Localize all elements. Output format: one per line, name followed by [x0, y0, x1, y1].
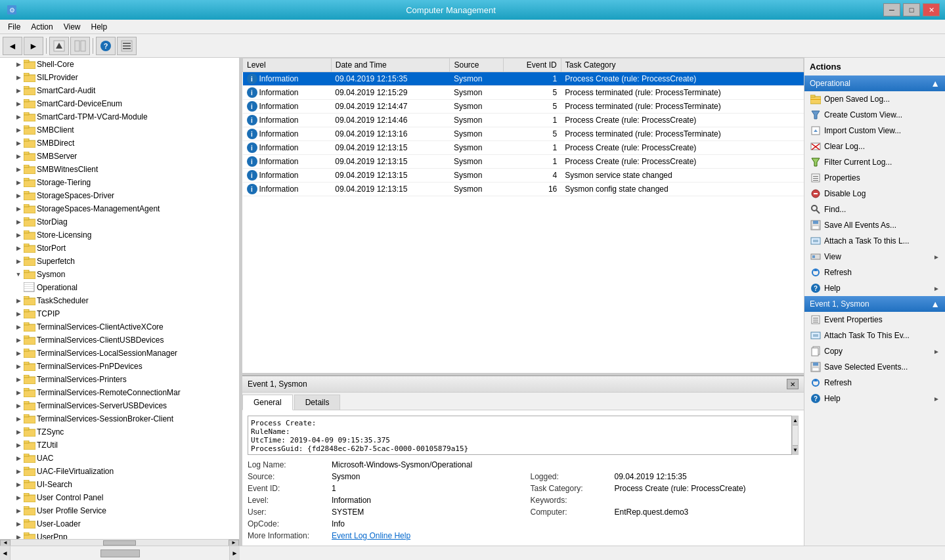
tree-item-storagespaces-mgmt[interactable]: ▶ StorageSpaces-ManagementAgent	[0, 202, 239, 215]
tab-details[interactable]: Details	[294, 395, 341, 410]
action-filter-current-log[interactable]: Filter Current Log...	[804, 154, 945, 170]
menu-view[interactable]: View	[58, 21, 86, 33]
event-row-3[interactable]: iInformation 09.04.2019 12:14:46 Sysmon …	[243, 114, 804, 127]
expand-icon[interactable]: ▶	[13, 427, 24, 437]
expand-icon[interactable]: ▶	[13, 85, 24, 96]
detail-close-button[interactable]: ✕	[787, 379, 799, 389]
tree-item-smbwitness[interactable]: ▶ SMBWitnesClient	[0, 163, 239, 176]
expand-icon[interactable]: ▶	[13, 190, 24, 201]
tree-item-smartcard-audit[interactable]: ▶ SmartCard-Audit	[0, 84, 239, 97]
col-level[interactable]: Level	[243, 58, 332, 72]
action-save-selected-events[interactable]: Save Selected Events...	[804, 359, 945, 375]
tree-item-operational[interactable]: Operational	[0, 281, 239, 294]
tree-hscroll[interactable]: ◄ ►	[0, 539, 239, 546]
tree-item-ts-clientusb[interactable]: ▶ TerminalServices-ClientUSBDevices	[0, 334, 239, 347]
text-vscroll[interactable]: ▲ ▼	[792, 416, 799, 455]
action-help-event[interactable]: ? Help ►	[804, 391, 945, 406]
action-view[interactable]: View ►	[804, 249, 945, 265]
tree-item-ts-printers[interactable]: ▶ TerminalServices-Printers	[0, 373, 239, 386]
expand-icon[interactable]: ▶	[13, 243, 24, 253]
event-row-8[interactable]: iInformation 09.04.2019 12:13:15 Sysmon …	[243, 183, 804, 196]
tree-item-uac-filevirt[interactable]: ▶ UAC-FileVirtualization	[0, 465, 239, 478]
action-copy[interactable]: Copy ►	[804, 343, 945, 359]
expand-icon[interactable]: ▼	[13, 269, 24, 280]
expand-icon[interactable]: ▶	[13, 59, 24, 70]
expand-icon[interactable]: ▶	[13, 414, 24, 424]
expand-icon[interactable]: ▶	[13, 400, 24, 411]
expand-icon[interactable]: ▶	[13, 98, 24, 109]
event-row-5[interactable]: iInformation 09.04.2019 12:13:15 Sysmon …	[243, 141, 804, 155]
tree-item-storage-tiering[interactable]: ▶ Storage-Tiering	[0, 176, 239, 189]
menu-file[interactable]: File	[3, 21, 26, 33]
expand-icon[interactable]: ▶	[13, 335, 24, 345]
action-clear-log[interactable]: Clear Log...	[804, 139, 945, 154]
tree-item-stordiag[interactable]: ▶ StorDiag	[0, 215, 239, 228]
tree-item-user-control-panel[interactable]: ▶ User Control Panel	[0, 491, 239, 504]
close-button[interactable]: ✕	[923, 3, 940, 16]
expand-icon[interactable]: ▶	[13, 204, 24, 214]
expand-icon[interactable]: ▶	[13, 164, 24, 175]
properties-button[interactable]	[117, 37, 137, 55]
expand-icon[interactable]: ▶	[13, 151, 24, 162]
action-refresh-operational[interactable]: Refresh	[804, 265, 945, 280]
tree-item-ts-pnp[interactable]: ▶ TerminalServices-PnPDevices	[0, 360, 239, 373]
expand-icon[interactable]: ▶	[13, 177, 24, 188]
hscroll-thumb[interactable]	[100, 549, 140, 557]
action-help-operational[interactable]: ? Help ►	[804, 280, 945, 296]
col-eventid[interactable]: Event ID	[504, 58, 561, 72]
help-button[interactable]: ?	[96, 37, 116, 55]
expand-icon[interactable]: ▶	[13, 230, 24, 240]
tree-item-smartcard-tpm[interactable]: ▶ SmartCard-TPM-VCard-Module	[0, 110, 239, 123]
event-row-7[interactable]: iInformation 09.04.2019 12:13:15 Sysmon …	[243, 169, 804, 183]
tree-item-user-profile[interactable]: ▶ User Profile Service	[0, 504, 239, 517]
tree-item-user-loader[interactable]: ▶ User-Loader	[0, 517, 239, 530]
expand-icon[interactable]: ▶	[13, 348, 24, 358]
tree-item-store-licensing[interactable]: ▶ Store-Licensing	[0, 228, 239, 242]
tree-item-tcpip[interactable]: ▶ TCPIP	[0, 307, 239, 320]
event-row-4[interactable]: iInformation 09.04.2019 12:13:16 Sysmon …	[243, 127, 804, 141]
hscroll-right[interactable]: ►	[229, 546, 240, 561]
col-category[interactable]: Task Category	[561, 58, 803, 72]
action-attach-task-event[interactable]: Attach Task To This Ev...	[804, 328, 945, 343]
tree-item-smbdirect[interactable]: ▶ SMBDirect	[0, 137, 239, 150]
tree-item-storagespaces-driver[interactable]: ▶ StorageSpaces-Driver	[0, 189, 239, 202]
expand-icon[interactable]: ▶	[13, 112, 24, 122]
expand-icon[interactable]: ▶	[13, 72, 24, 83]
action-import-custom-view[interactable]: Import Custom View...	[804, 123, 945, 139]
tree-item-shell-core[interactable]: ▶ Shell-Core	[0, 58, 239, 71]
tree-item-taskscheduler[interactable]: ▶ TaskScheduler	[0, 294, 239, 307]
expand-icon[interactable]: ▶	[13, 361, 24, 372]
scroll-down[interactable]: ▼	[793, 445, 798, 454]
event-row-1[interactable]: iInformation 09.04.2019 12:15:29 Sysmon …	[243, 86, 804, 100]
expand-icon[interactable]: ▶	[13, 217, 24, 227]
action-event-properties[interactable]: Event Properties	[804, 312, 945, 328]
expand-icon[interactable]: ▶	[13, 256, 24, 267]
menu-action[interactable]: Action	[26, 21, 58, 33]
collapse-operational-button[interactable]: ▲	[931, 78, 940, 89]
expand-icon[interactable]: ▶	[13, 466, 24, 477]
operational-section-header[interactable]: Operational ▲	[804, 75, 945, 91]
tree-item-ts-remoteconn[interactable]: ▶ TerminalServices-RemoteConnectionMar	[0, 386, 239, 399]
action-refresh-event[interactable]: Refresh	[804, 375, 945, 391]
collapse-event-button[interactable]: ▲	[931, 299, 940, 309]
tree-item-uac[interactable]: ▶ UAC	[0, 452, 239, 465]
show-hide-button[interactable]	[70, 37, 90, 55]
expand-icon[interactable]: ▶	[13, 440, 24, 450]
expand-icon[interactable]: ▶	[13, 374, 24, 385]
tree-item-smartcard-deviceenum[interactable]: ▶ SmartCard-DeviceEnum	[0, 97, 239, 110]
expand-icon[interactable]: ▶	[13, 138, 24, 148]
tree-item-tzutil[interactable]: ▶ TZUtil	[0, 439, 239, 452]
action-save-all-events[interactable]: Save All Events As...	[804, 217, 945, 233]
expand-icon[interactable]: ▶	[13, 479, 24, 490]
action-disable-log[interactable]: Disable Log	[804, 186, 945, 202]
tree-item-ts-localsession[interactable]: ▶ TerminalServices-LocalSessionManager	[0, 347, 239, 360]
event-row-6[interactable]: iInformation 09.04.2019 12:13:15 Sysmon …	[243, 155, 804, 169]
col-source[interactable]: Source	[450, 58, 504, 72]
forward-button[interactable]: ►	[24, 37, 43, 55]
event-row-0[interactable]: iInformation 09.04.2019 12:15:35 Sysmon …	[243, 72, 804, 86]
expand-icon[interactable]: ▶	[13, 519, 24, 529]
col-datetime[interactable]: Date and Time	[331, 58, 450, 72]
tree-item-ts-sessionbroker[interactable]: ▶ TerminalServices-SessionBroker-Client	[0, 412, 239, 425]
tree-item-superfetch[interactable]: ▶ Superfetch	[0, 255, 239, 268]
tree-item-uisearch[interactable]: ▶ UI-Search	[0, 478, 239, 491]
